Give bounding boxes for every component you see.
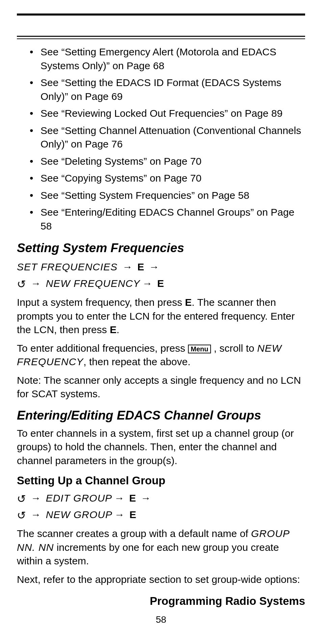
body-para-3: Note: The scanner only accepts a single …: [17, 374, 305, 401]
key-e: E: [137, 261, 144, 272]
text: To enter additional frequencies, press: [17, 343, 188, 354]
nav-sequence-2b: ↺ → NEW GROUP→ E: [17, 507, 305, 522]
body-para-2: To enter additional frequencies, press M…: [17, 342, 305, 369]
rotate-icon: ↺: [17, 493, 26, 504]
arrow-icon: →: [112, 509, 127, 520]
list-item: See “Entering/Editing EDACS Channel Grou…: [30, 206, 305, 233]
text: The scanner creates a group with a defau…: [17, 528, 251, 539]
key-e: E: [157, 278, 164, 289]
nav-sequence-2a: ↺ → EDIT GROUP→ E →: [17, 490, 305, 506]
footer-chapter-title: Programming Radio Systems: [150, 595, 305, 608]
arrow-icon: →: [29, 492, 43, 504]
body-para-4: To enter channels in a system, first set…: [17, 427, 305, 468]
arrow-icon: →: [112, 492, 126, 504]
body-para-6: Next, refer to the appropriate section t…: [17, 573, 305, 587]
list-item: See “Setting Channel Attenuation (Conven…: [30, 124, 305, 151]
arrow-icon: →: [120, 261, 135, 272]
list-item: See “Setting System Frequencies” on Page…: [30, 189, 305, 203]
key-e: E: [185, 297, 192, 308]
lcd-text: SET FREQUENCIES: [17, 261, 117, 272]
nav-sequence-1a: SET FREQUENCIES → E →: [17, 259, 305, 274]
footer-page-number: 58: [0, 614, 322, 625]
arrow-icon: →: [29, 278, 43, 289]
arrow-icon: →: [29, 509, 43, 520]
key-e: E: [129, 492, 136, 504]
body-para-1: Input a system frequency, then press E. …: [17, 296, 305, 337]
section-heading-channel-groups: Entering/Editing EDACS Channel Groups: [17, 408, 305, 423]
list-item: See “Copying Systems” on Page 70: [30, 171, 305, 185]
text: increments by one for each new group you…: [17, 542, 279, 567]
lcd-text: EDIT GROUP: [46, 492, 112, 504]
list-item: See “Deleting Systems” on Page 70: [30, 155, 305, 168]
key-e: E: [110, 324, 116, 335]
arrow-icon: →: [140, 278, 154, 289]
nav-sequence-1b: ↺ → NEW FREQUENCY→ E: [17, 276, 305, 291]
body-para-5: The scanner creates a group with a defau…: [17, 527, 305, 568]
list-item: See “Setting Emergency Alert (Motorola a…: [30, 45, 305, 73]
rotate-icon: ↺: [17, 510, 26, 521]
text: , then repeat the above.: [83, 356, 190, 367]
subsection-heading-setup-group: Setting Up a Channel Group: [17, 474, 305, 487]
text: .: [116, 324, 119, 335]
text: , scroll to: [211, 343, 257, 354]
key-e: E: [129, 509, 136, 520]
section-heading-frequencies: Setting System Frequencies: [17, 241, 305, 255]
arrow-icon: →: [139, 492, 153, 504]
menu-key: Menu: [188, 345, 211, 353]
reference-list: See “Setting Emergency Alert (Motorola a…: [17, 45, 305, 233]
rotate-icon: ↺: [17, 279, 26, 290]
top-rule-double: [17, 36, 305, 39]
list-item: See “Reviewing Locked Out Frequencies” o…: [30, 107, 305, 120]
text: Input a system frequency, then press: [17, 297, 185, 308]
lcd-text: NEW FREQUENCY: [46, 278, 140, 289]
arrow-icon: →: [147, 261, 161, 272]
lcd-text: NEW GROUP: [46, 509, 112, 520]
top-rule-thick: [17, 14, 305, 16]
list-item: See “Setting the EDACS ID Format (EDACS …: [30, 76, 305, 103]
